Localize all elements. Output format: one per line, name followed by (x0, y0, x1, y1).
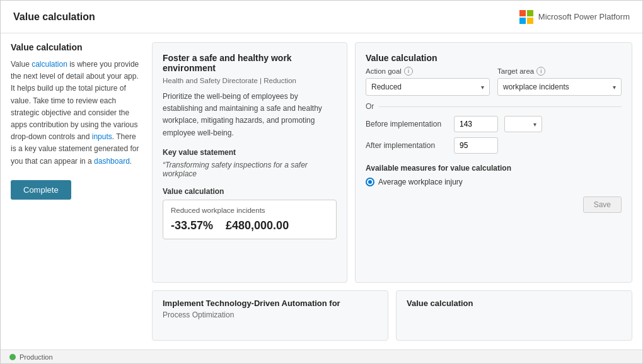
measures-section: Available measures for value calculation… (366, 164, 622, 186)
right-content: Foster a safe and healthy work environme… (152, 42, 632, 341)
footer: Production (1, 350, 642, 363)
before-impl-label: Before implementation (366, 120, 448, 128)
main-card-description: Prioritize the well-being of employees b… (163, 91, 337, 139)
action-goal-group: Action goal i Reduced ▾ (366, 67, 490, 96)
status-indicator (9, 354, 16, 360)
app-frame: Value calculation Microsoft Power Platfo… (0, 0, 643, 364)
form-card: Value calculation Action goal i Reduced … (355, 42, 632, 283)
ms-logo-blue (519, 18, 526, 24)
or-divider (379, 106, 622, 107)
or-row: Or (366, 102, 622, 111)
brand-text: Microsoft Power Platform (538, 12, 630, 21)
save-button[interactable]: Save (583, 196, 622, 213)
target-area-value: workplace incidents (503, 82, 569, 91)
target-area-chevron-icon: ▾ (613, 84, 616, 91)
before-impl-chevron-icon: ▾ (533, 121, 536, 128)
bottom-right-card: Value calculation (396, 290, 632, 341)
main-card-title: Foster a safe and healthy work environme… (163, 53, 337, 73)
inputs-link[interactable]: inputs (92, 132, 112, 141)
target-area-group: Target area i workplace incidents ▾ (497, 67, 622, 96)
left-panel: Value calculation Value calculation is w… (11, 42, 143, 341)
value-percentage: -33.57% (171, 219, 213, 232)
value-calc-box: Reduced workplace incidents -33.57% £480… (163, 200, 337, 239)
before-impl-select[interactable]: ▾ (504, 116, 542, 132)
brand-area: Microsoft Power Platform (519, 10, 630, 24)
ms-logo-yellow (527, 18, 533, 24)
ms-logo-green (527, 10, 533, 16)
action-goal-info-icon[interactable]: i (404, 67, 413, 76)
ms-logo (519, 10, 533, 24)
main-card-subtitle: Health and Safety Directorate | Reductio… (163, 77, 337, 84)
left-panel-description: Value calculation is where you provide t… (11, 59, 143, 168)
action-goal-chevron-icon: ▾ (481, 84, 484, 91)
target-area-label: Target area i (497, 67, 622, 76)
cards-row: Foster a safe and healthy work environme… (152, 42, 632, 283)
target-area-info-icon[interactable]: i (536, 67, 545, 76)
bottom-row: Implement Technology-Driven Automation f… (152, 290, 632, 341)
value-calc-section-label: Value calculation (163, 187, 337, 196)
main-content: Value calculation Value calculation is w… (1, 33, 642, 350)
main-card: Foster a safe and healthy work environme… (152, 42, 347, 283)
form-card-title: Value calculation (366, 53, 622, 63)
radio-dot-inner (368, 180, 372, 184)
after-impl-row: After implementation (366, 137, 622, 154)
measure-item-label: Average workplace injury (378, 178, 463, 186)
measures-label: Available measures for value calculation (366, 164, 622, 173)
bottom-left-subtitle: Process Optimization (163, 310, 378, 319)
bottom-left-title: Implement Technology-Driven Automation f… (163, 299, 378, 308)
header: Value calculation Microsoft Power Platfo… (1, 1, 642, 33)
form-row-goals: Action goal i Reduced ▾ Target area (366, 67, 622, 96)
value-amount: £480,000.00 (226, 219, 289, 232)
measure-item: Average workplace injury (366, 178, 622, 186)
before-impl-input[interactable] (454, 116, 498, 132)
action-goal-select[interactable]: Reduced ▾ (366, 78, 490, 96)
action-goal-value: Reduced (371, 82, 402, 91)
complete-button[interactable]: Complete (11, 180, 71, 200)
footer-status: Production (20, 353, 53, 361)
key-value-text: “Transforming safety inspections for a s… (163, 161, 337, 178)
value-calc-subtitle: Reduced workplace incidents (171, 207, 328, 214)
dashboard-link[interactable]: dashboard (94, 157, 130, 166)
or-label: Or (366, 102, 374, 111)
measure-radio[interactable] (366, 178, 374, 186)
action-goal-label: Action goal i (366, 67, 490, 76)
before-impl-row: Before implementation ▾ (366, 116, 622, 132)
after-impl-input[interactable] (454, 137, 498, 154)
left-panel-title: Value calculation (11, 42, 143, 52)
value-calc-numbers: -33.57% £480,000.00 (171, 219, 328, 232)
app-title: Value calculation (13, 11, 95, 23)
key-value-label: Key value statement (163, 148, 337, 157)
ms-logo-red (519, 10, 526, 16)
calculation-link[interactable]: calculation (32, 60, 67, 69)
after-impl-label: After implementation (366, 141, 448, 150)
bottom-right-title: Value calculation (407, 299, 622, 308)
bottom-left-card: Implement Technology-Driven Automation f… (152, 290, 388, 341)
target-area-select[interactable]: workplace incidents ▾ (497, 78, 622, 96)
